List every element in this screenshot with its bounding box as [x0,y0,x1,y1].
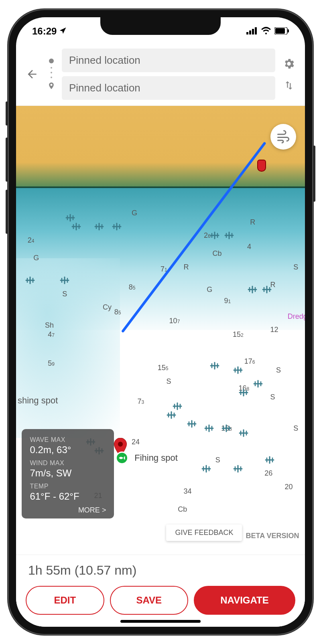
settings-button[interactable] [280,57,298,70]
status-time: 16:29 [32,26,57,37]
depth-sounding: 85 [129,283,136,292]
depth-sounding: 12 [270,326,278,334]
weather-info-panel[interactable]: WAVE MAX 0.2m, 63° WIND MAX 7m/s, SW TEM… [22,429,114,518]
depth-sounding: 155 [158,364,169,372]
depth-sounding: 152 [233,330,244,339]
svg-point-8 [51,67,52,69]
back-button[interactable] [23,65,41,83]
reef-marker [264,456,276,465]
depth-sounding: S [166,377,171,386]
wifi-icon [261,26,271,37]
cellular-icon [246,26,258,37]
more-button[interactable]: MORE > [30,506,106,514]
temp-label: TEMP [30,483,106,490]
dredge-label: Dredg [288,312,305,321]
svg-rect-0 [246,32,248,34]
reef-marker [221,424,232,433]
location-arrow-icon [59,26,67,37]
map-land [16,106,305,200]
reef-marker [112,223,123,231]
depth-sounding: S [270,393,275,401]
wind-layer-button[interactable] [270,124,296,150]
reef-marker [71,223,82,231]
depth-sounding: 34 [184,487,192,496]
reef-marker [238,389,250,397]
depth-sounding: S [293,263,298,271]
depth-sounding: R [184,263,189,271]
depth-sounding: Cb [178,505,187,514]
save-button[interactable]: SAVE [110,586,189,615]
svg-point-112 [118,442,123,447]
reef-marker [262,286,273,294]
reef-marker [65,214,76,223]
reef-marker [201,465,212,474]
wind-value: 7m/s, SW [30,468,106,479]
navigate-button[interactable]: NAVIGATE [194,586,295,615]
svg-rect-3 [255,27,257,34]
home-indicator[interactable] [120,620,201,623]
wave-label: WAVE MAX [30,436,106,444]
depth-sounding: 26 [264,469,272,478]
depth-sounding: 85 [114,308,121,316]
map-midwater [16,258,120,438]
reef-marker [59,276,71,285]
depth-sounding: 24 [28,236,35,245]
route-header [16,45,305,106]
wind-label: WIND MAX [30,460,106,467]
depth-sounding: 24 [132,438,140,446]
depth-sounding: 73 [137,397,144,406]
route-summary: 1h 55m (10.57 nm) [26,563,295,578]
depth-sounding: Cy [103,303,112,312]
depth-sounding: S [215,456,220,464]
depth-sounding: 71 [160,265,167,273]
route-start-marker[interactable] [257,160,266,172]
reef-marker [209,231,221,240]
edit-button[interactable]: EDIT [26,586,104,615]
reef-marker [25,276,36,285]
reef-marker [247,286,258,294]
reef-marker [204,424,215,433]
depth-sounding: 47 [48,330,55,339]
fishing-spot-marker[interactable] [116,452,128,464]
bottom-bar: 1h 55m (10.57 nm) EDIT SAVE NAVIGATE [16,555,305,627]
reef-marker [187,420,198,429]
depth-sounding: S [276,366,281,375]
depth-sounding: Sh [45,321,54,330]
svg-rect-2 [252,29,254,34]
depth-sounding: 176 [244,357,255,366]
spot-label-partial: shing spot [16,395,58,406]
svg-point-9 [51,72,52,73]
destination-label: Fihing spot [134,453,178,463]
reef-marker [224,231,235,240]
depth-sounding: G [207,286,212,294]
nautical-chart[interactable]: 2426471859185107475915212155176168731632… [16,106,305,555]
depth-sounding: G [132,209,137,217]
reef-marker [94,223,105,231]
depth-sounding: S [293,424,298,433]
beta-label: BETA VERSION [246,532,299,540]
depth-sounding: 59 [48,359,55,368]
from-input[interactable] [62,49,275,72]
depth-sounding: 107 [169,317,180,325]
reef-marker [209,362,221,371]
depth-sounding: 91 [224,297,231,305]
route-markers-column [46,58,57,91]
depth-sounding: 4 [247,243,251,251]
temp-value: 61°F - 62°F [30,491,106,502]
reef-marker [238,429,250,438]
reef-marker [233,366,244,375]
wave-value: 0.2m, 63° [30,444,106,456]
svg-rect-1 [249,30,251,34]
svg-rect-5 [275,28,285,34]
feedback-button[interactable]: GIVE FEEDBACK [166,525,242,541]
depth-sounding: 20 [285,483,293,491]
to-input[interactable] [62,76,275,100]
swap-button[interactable] [280,80,298,91]
svg-point-10 [51,77,52,78]
reef-marker [233,465,244,474]
svg-rect-6 [288,29,289,32]
reef-marker [166,411,177,420]
battery-icon [274,26,289,37]
depth-sounding: Cb [213,249,222,258]
depth-sounding: G [33,254,39,262]
